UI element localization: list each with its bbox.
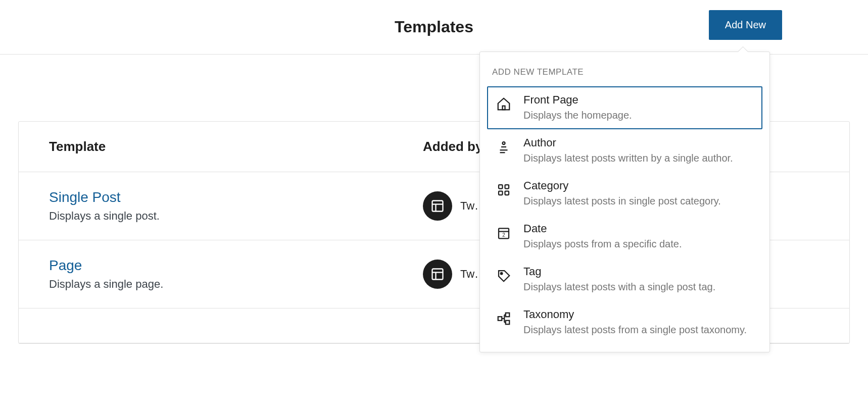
add-new-dropdown: Add New Template Front Page Displays the… bbox=[479, 51, 770, 352]
svg-point-15 bbox=[501, 273, 503, 275]
svg-rect-18 bbox=[498, 317, 502, 321]
svg-rect-0 bbox=[432, 201, 443, 212]
page-title: Templates bbox=[395, 18, 473, 36]
svg-rect-16 bbox=[506, 313, 510, 317]
dropdown-item-label: Category bbox=[523, 179, 754, 192]
dropdown-item-label: Date bbox=[523, 222, 754, 235]
dropdown-item-desc: Displays the homepage. bbox=[523, 109, 754, 122]
dropdown-item-taxonomy[interactable]: Taxonomy Displays latest posts from a si… bbox=[487, 301, 762, 344]
calendar-icon: 2 bbox=[495, 224, 512, 241]
dropdown-item-desc: Displays latest posts in single post cat… bbox=[523, 194, 754, 208]
dropdown-item-tag[interactable]: Tag Displays latest posts with a single … bbox=[487, 258, 762, 301]
dropdown-item-category[interactable]: Category Displays latest posts in single… bbox=[487, 172, 762, 215]
template-link-page[interactable]: Page bbox=[49, 257, 423, 274]
dropdown-title: Add New Template bbox=[487, 60, 762, 86]
svg-rect-9 bbox=[505, 185, 509, 189]
hierarchy-icon bbox=[495, 310, 512, 327]
svg-rect-3 bbox=[432, 269, 443, 280]
add-new-button[interactable]: Add New bbox=[709, 10, 782, 40]
theme-layout-icon bbox=[423, 260, 452, 289]
svg-rect-17 bbox=[506, 321, 510, 325]
home-icon bbox=[495, 95, 512, 113]
dropdown-item-label: Author bbox=[523, 136, 754, 149]
dropdown-item-author[interactable]: Author Displays latest posts written by … bbox=[487, 129, 762, 172]
svg-rect-11 bbox=[505, 191, 509, 195]
header: Templates Add New bbox=[0, 0, 868, 55]
dropdown-item-label: Front Page bbox=[523, 93, 754, 107]
column-header-template: Template bbox=[49, 139, 423, 154]
svg-rect-10 bbox=[499, 191, 503, 195]
dropdown-item-desc: Displays posts from a specific date. bbox=[523, 237, 754, 251]
tag-icon bbox=[495, 267, 512, 284]
dropdown-item-label: Tag bbox=[523, 265, 754, 278]
dropdown-item-label: Taxonomy bbox=[523, 308, 754, 321]
svg-text:2: 2 bbox=[502, 232, 505, 238]
author-icon bbox=[495, 138, 512, 156]
dropdown-item-desc: Displays latest posts written by a singl… bbox=[523, 151, 754, 165]
column-header-addedby: Added by bbox=[423, 139, 483, 154]
dropdown-item-front-page[interactable]: Front Page Displays the homepage. bbox=[487, 86, 762, 129]
dropdown-item-date[interactable]: 2 Date Displays posts from a specific da… bbox=[487, 215, 762, 258]
template-desc: Displays a single post. bbox=[49, 210, 423, 223]
theme-layout-icon bbox=[423, 191, 452, 221]
category-icon bbox=[495, 181, 512, 198]
dropdown-item-desc: Displays latest posts from a single post… bbox=[523, 323, 754, 337]
svg-rect-8 bbox=[499, 185, 503, 189]
template-link-single-post[interactable]: Single Post bbox=[49, 189, 423, 205]
svg-point-7 bbox=[503, 142, 505, 144]
template-desc: Displays a single page. bbox=[49, 278, 423, 291]
dropdown-item-desc: Displays latest posts with a single post… bbox=[523, 280, 754, 294]
svg-rect-6 bbox=[503, 106, 505, 110]
